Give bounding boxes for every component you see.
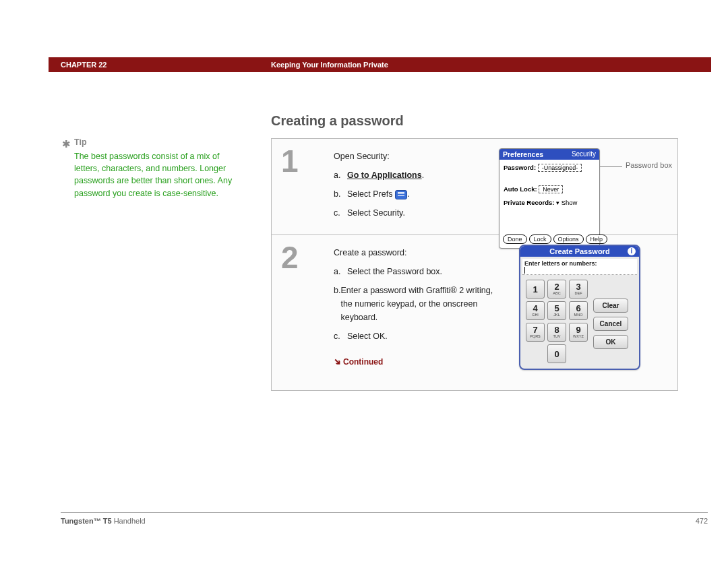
step2-b-text: Enter a password with Graffiti® 2 writin… (340, 284, 499, 324)
palm-password-box[interactable]: -Unassigned- (538, 164, 582, 172)
cancel-button[interactable]: Cancel (593, 317, 628, 331)
footer: Tungsten™ T5 Handheld 472 (61, 512, 708, 525)
palm-private-label: Private Records: (504, 199, 555, 206)
palm-preferences-screen: Preferences Security Password: -Unassign… (499, 148, 600, 249)
step2-a-label: a. (334, 265, 347, 278)
step-1: 1 Open Security: a. Go to Applications. … (272, 139, 677, 235)
create-password-dialog: Create Password i Enter letters or numbe… (519, 245, 640, 370)
step1-a-label: a. (334, 168, 347, 182)
step2-c-text: Select OK. (347, 330, 388, 343)
dialog-prompt: Enter letters or numbers: (524, 260, 597, 267)
callout-line (599, 166, 622, 167)
step2-c-label: c. (334, 330, 347, 343)
tip-label: Tip (74, 137, 87, 147)
prefs-icon (395, 190, 407, 199)
key-1[interactable]: 1 (526, 280, 545, 299)
palm-password-label: Password: (504, 164, 536, 171)
password-box-callout: Password box (626, 161, 672, 169)
step2-b-label: b. (334, 284, 340, 324)
key-8[interactable]: 8TUV (547, 323, 566, 342)
steps-container: 1 Open Security: a. Go to Applications. … (271, 138, 678, 391)
go-to-applications-link[interactable]: Go to Applications (347, 170, 422, 180)
palm-title: Preferences (503, 150, 543, 158)
step-2: 2 Create a password: a. Select the Passw… (272, 235, 677, 390)
step-number: 2 (272, 235, 330, 390)
dialog-title: Create Password (549, 247, 609, 255)
asterisk-icon: ✱ (62, 137, 71, 152)
chapter-title: Keeping Your Information Private (271, 61, 388, 69)
key-9[interactable]: 9WXYZ (569, 323, 588, 342)
continued-marker: ➔Continued (334, 355, 499, 369)
palm-category[interactable]: Security (572, 150, 596, 158)
numeric-keypad: 1 2ABC 3DEF 4GHI 5JKL 6MNO 7PQRS 8TUV 9W… (526, 280, 588, 363)
step1-c-label: c. (334, 206, 347, 220)
step1-c-text: Select Security. (347, 206, 405, 220)
tip-body: The best passwords consist of a mix of l… (74, 150, 233, 199)
key-6[interactable]: 6MNO (569, 301, 588, 320)
step-number: 1 (272, 139, 330, 235)
page-title: Creating a password (271, 113, 404, 129)
key-0[interactable]: 0 (547, 344, 566, 363)
info-icon[interactable]: i (628, 247, 636, 255)
key-5[interactable]: 5JKL (547, 301, 566, 320)
step1-intro: Open Security: (334, 150, 499, 163)
product-name: Tungsten™ T5 Handheld (61, 517, 146, 525)
palm-autolock-label: Auto Lock: (504, 185, 537, 193)
key-2[interactable]: 2ABC (547, 280, 566, 299)
clear-button[interactable]: Clear (593, 299, 628, 313)
step1-b-label: b. (334, 187, 347, 201)
chapter-header: CHAPTER 22 Keeping Your Information Priv… (49, 57, 711, 72)
tip-block: ✱ Tip The best passwords consist of a mi… (74, 136, 233, 199)
key-3[interactable]: 3DEF (569, 280, 588, 299)
step2-a-text: Select the Password box. (347, 265, 442, 278)
step1-b-text: Select Prefs (347, 189, 392, 199)
page-number: 472 (696, 517, 708, 525)
ok-button[interactable]: OK (593, 335, 628, 349)
palm-autolock-box[interactable]: Never (539, 185, 563, 193)
key-4[interactable]: 4GHI (526, 301, 545, 320)
palm-private-dropdown[interactable]: Show (556, 199, 577, 206)
step2-intro: Create a password: (334, 246, 499, 259)
key-7[interactable]: 7PQRS (526, 323, 545, 342)
password-input-cursor[interactable] (524, 267, 527, 274)
chapter-label: CHAPTER 22 (61, 61, 107, 69)
